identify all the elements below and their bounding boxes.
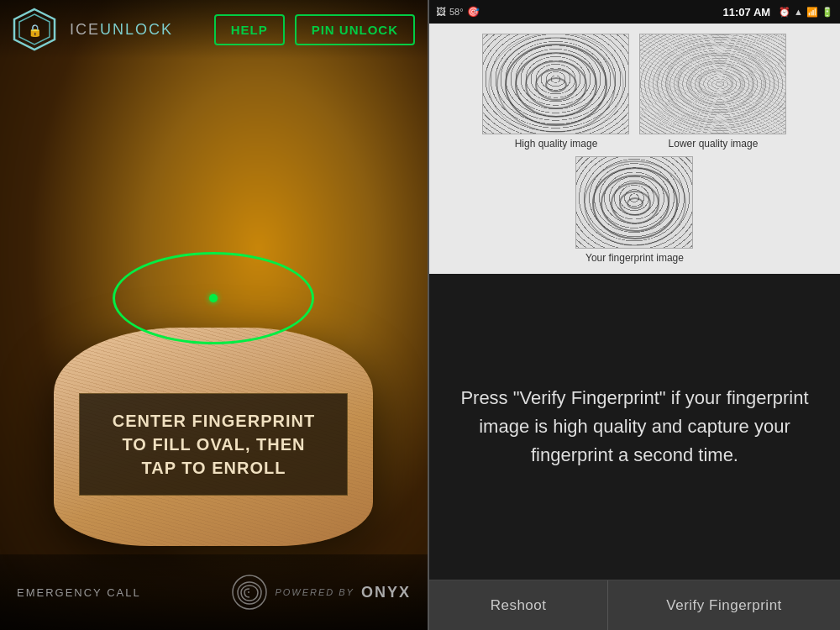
svg-point-4	[506, 45, 606, 125]
bottom-bar: EMERGENCY CALL POWERED BY ONYX	[0, 554, 428, 630]
svg-text:🔒: 🔒	[28, 24, 43, 38]
low-quality-fp-item: Lower quality image	[639, 34, 786, 150]
low-quality-label: Lower quality image	[669, 138, 759, 150]
bottom-buttons: Reshoot Verify Fingerprint	[429, 580, 840, 630]
app-logo-icon: 🔒	[13, 8, 56, 51]
brand-suffix: UNLOCK	[100, 21, 173, 38]
svg-point-15	[657, 38, 774, 129]
svg-point-19	[620, 192, 650, 215]
instruction-text: CENTER FINGERPRINTTO FILL OVAL, THENTAP …	[100, 409, 327, 480]
fingerprint-oval	[113, 252, 314, 344]
verify-fingerprint-button[interactable]: Verify Fingerprint	[608, 580, 840, 630]
svg-point-14	[699, 71, 732, 96]
emergency-call-label[interactable]: EMERGENCY CALL	[17, 586, 141, 599]
svg-point-21	[585, 161, 685, 245]
pin-unlock-button[interactable]: PIN UNLOCK	[295, 14, 415, 45]
svg-point-8	[546, 78, 566, 92]
svg-point-6	[526, 61, 586, 108]
high-quality-label: High quality image	[515, 138, 598, 150]
notification-icon: 🎯	[467, 6, 480, 18]
fingerprint-images-area: High quality image Lower quality image	[429, 24, 840, 274]
powered-by-area: POWERED BY ONYX	[231, 574, 411, 611]
svg-point-20	[627, 198, 643, 208]
low-quality-fp-image	[639, 34, 786, 134]
temperature-display: 58°	[449, 7, 464, 17]
left-panel: 🔒 ICEUNLOCK HELP PIN UNLOCK CENTER FINGE…	[0, 0, 428, 630]
time-display: 11:07 AM	[723, 6, 771, 18]
bottom-fp-row: Your fingerprint image	[575, 156, 693, 264]
svg-point-13	[689, 62, 743, 104]
powered-by-text: POWERED BY	[275, 587, 354, 597]
wifi-icon: ▲	[794, 7, 803, 17]
svg-point-18	[612, 183, 659, 223]
help-button[interactable]: HELP	[214, 14, 285, 45]
top-fp-row: High quality image Lower quality image	[482, 34, 786, 150]
battery-icon: 🔋	[822, 7, 833, 18]
your-fp-image	[575, 156, 693, 249]
svg-point-7	[536, 70, 576, 100]
high-quality-fp-item: High quality image	[482, 34, 629, 150]
fingerprint-logo-icon	[231, 574, 268, 611]
svg-point-5	[516, 53, 596, 117]
your-fp-label: Your fingerprint image	[585, 252, 684, 264]
reshoot-button[interactable]: Reshoot	[429, 580, 608, 630]
signal-icon: 📶	[806, 7, 818, 18]
svg-point-10	[489, 34, 623, 134]
brand-prefix: ICE	[70, 21, 100, 38]
photo-icon: 🖼	[436, 6, 446, 18]
status-icons-right: ⏰ ▲ 📶 🔋	[779, 7, 833, 18]
top-header: 🔒 ICEUNLOCK HELP PIN UNLOCK	[0, 0, 428, 59]
svg-point-11	[667, 45, 764, 122]
svg-point-16	[593, 168, 677, 239]
description-text: Press "Verify Fingerprint" if your finge…	[454, 384, 815, 470]
oval-center-dot	[209, 294, 218, 302]
instruction-box: CENTER FINGERPRINTTO FILL OVAL, THENTAP …	[79, 393, 348, 496]
low-quality-fp-svg	[640, 34, 786, 134]
right-panel: 🖼 58° 🎯 11:07 AM ⏰ ▲ 📶 🔋	[429, 0, 840, 630]
high-quality-fp-image	[482, 34, 629, 134]
your-fp-svg	[576, 157, 693, 249]
high-quality-fp-svg	[483, 34, 629, 134]
status-bar: 🖼 58° 🎯 11:07 AM ⏰ ▲ 📶 🔋	[429, 0, 840, 24]
onyx-brand-text: ONYX	[361, 584, 411, 601]
description-area: Press "Verify Fingerprint" if your finge…	[429, 274, 840, 580]
your-fp-item: Your fingerprint image	[575, 156, 693, 264]
alarm-icon: ⏰	[779, 7, 790, 18]
brand-name: ICEUNLOCK	[70, 21, 204, 39]
